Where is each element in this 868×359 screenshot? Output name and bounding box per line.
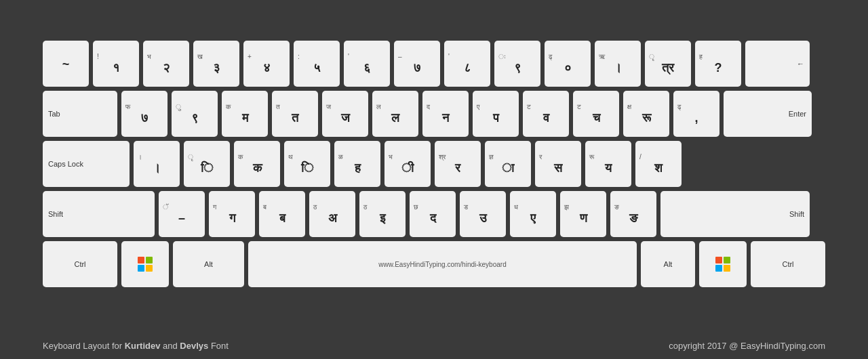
key-x[interactable]: ग ग [209,191,255,237]
key-shift-left[interactable]: Shift [43,191,155,237]
key-backslash[interactable]: ह ? [695,41,741,87]
key-semi[interactable]: रू य [585,141,631,187]
windows-icon-right [715,257,730,272]
key-backtick[interactable]: ~ [43,41,89,87]
key-o[interactable]: ट व [523,91,569,137]
footer-left-text: Keyboard Layout for Kurtidev and Devlys … [43,341,229,351]
key-period[interactable]: झ ण [560,191,606,237]
key-e[interactable]: क म [222,91,268,137]
key-p[interactable]: ट च [573,91,619,137]
key-u[interactable]: द न [422,91,469,137]
key-rbracket[interactable]: ढ् , [673,91,719,137]
key-9[interactable]: ः ९ [494,41,540,87]
key-v[interactable]: ठ अ [309,191,355,237]
row-2: Tab फ ७ ु ९ क म त त ज ज ल ल द न [43,91,825,137]
key-m[interactable]: ड उ [460,191,506,237]
key-equals[interactable]: ृ त्र [645,41,691,87]
key-l[interactable]: र स [535,141,581,187]
key-0[interactable]: ढ् ० [545,41,591,87]
footer-right-text: copyright 2017 @ EasyHindiTyping.com [669,341,825,351]
key-i[interactable]: ए प [473,91,519,137]
key-shift-right[interactable]: Shift [660,191,810,237]
key-2[interactable]: भ २ [143,41,189,87]
key-quote[interactable]: / श [635,141,682,187]
key-f[interactable]: थ ि [284,141,330,187]
key-4[interactable]: + ४ [243,41,290,87]
key-s[interactable]: ृ ि [184,141,230,187]
key-7[interactable]: – ७ [394,41,440,87]
key-1[interactable]: ! १ [93,41,139,87]
key-q[interactable]: फ ७ [121,91,167,137]
key-j[interactable]: श्र र [435,141,481,187]
key-b[interactable]: ठ इ [359,191,406,237]
key-minus[interactable]: ऋ । [595,41,641,87]
key-fslash[interactable]: ङ ङ [610,191,656,237]
key-g[interactable]: ळ ह [334,141,380,187]
key-c[interactable]: ब ब [259,191,305,237]
row-5: Ctrl Alt www.EasyHindiTyping.com/hindi-k… [43,241,825,287]
row-3: Caps Lock । । ृ ि क क थ ि ळ ह भ ी श्र र [43,141,825,187]
key-enter[interactable]: Enter [724,91,812,137]
key-space[interactable]: www.EasyHindiTyping.com/hindi-keyboard [248,241,637,287]
key-tab[interactable]: Tab [43,91,117,137]
keyboard: ~ ! १ भ २ ख ३ + ४ : ५ ' ६ – ७ [43,41,825,291]
key-alt-left[interactable]: Alt [173,241,244,287]
row-4: Shift ॅ – ग ग ब ब ठ अ ठ इ छ द ड उ [43,191,825,237]
key-a[interactable]: । । [134,141,180,187]
key-z[interactable]: ॅ – [159,191,205,237]
key-8[interactable]: ' ८ [444,41,490,87]
key-w[interactable]: ु ९ [172,91,218,137]
key-k[interactable]: ज्ञ ा [485,141,531,187]
key-r[interactable]: त त [272,91,318,137]
key-alt-right[interactable]: Alt [641,241,695,287]
windows-icon [138,257,153,272]
key-win-left[interactable] [121,241,169,287]
key-lbracket[interactable]: क्ष रू [623,91,669,137]
key-d[interactable]: क क [234,141,280,187]
key-comma[interactable]: ध ए [510,191,556,237]
key-win-right[interactable] [699,241,747,287]
key-backspace[interactable]: ← [745,41,810,87]
key-capslock[interactable]: Caps Lock [43,141,130,187]
key-y[interactable]: ल ल [372,91,418,137]
key-n[interactable]: छ द [410,191,456,237]
key-6[interactable]: ' ६ [344,41,390,87]
key-ctrl-left[interactable]: Ctrl [43,241,117,287]
row-1: ~ ! १ भ २ ख ३ + ४ : ५ ' ६ – ७ [43,41,825,87]
key-3[interactable]: ख ३ [193,41,239,87]
key-ctrl-right[interactable]: Ctrl [751,241,825,287]
footer: Keyboard Layout for Kurtidev and Devlys … [43,341,825,351]
key-5[interactable]: : ५ [294,41,340,87]
key-t[interactable]: ज ज [322,91,368,137]
key-h[interactable]: भ ी [384,141,431,187]
